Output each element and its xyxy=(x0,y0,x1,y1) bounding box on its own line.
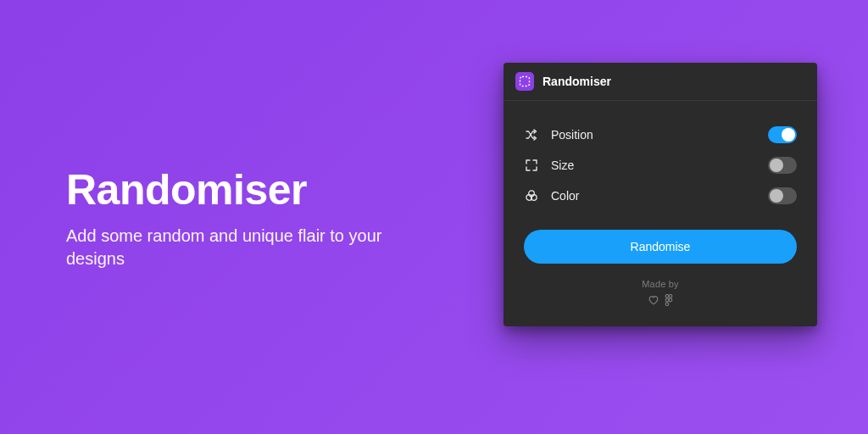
toggle-position[interactable] xyxy=(768,126,797,143)
heart-icon xyxy=(648,294,659,309)
panel-title: Randomiser xyxy=(542,75,611,88)
figma-icon xyxy=(665,294,673,309)
svg-point-8 xyxy=(665,303,669,306)
expand-icon xyxy=(524,158,539,173)
option-position: Position xyxy=(524,120,797,150)
toggle-size[interactable] xyxy=(768,157,797,174)
made-by-label: Made by xyxy=(524,279,797,289)
promo-block: Randomiser Add some random and unique fl… xyxy=(66,168,431,270)
plugin-panel: Randomiser Position xyxy=(504,63,817,326)
svg-point-6 xyxy=(665,298,669,302)
svg-point-5 xyxy=(669,295,672,298)
panel-header: Randomiser xyxy=(504,63,817,101)
promo-title: Randomiser xyxy=(66,168,431,213)
panel-body: Position Size Color xyxy=(504,101,817,326)
svg-point-7 xyxy=(669,298,672,302)
option-size-label: Size xyxy=(551,159,768,172)
made-by-block: Made by xyxy=(524,279,797,309)
option-color: Color xyxy=(524,181,797,211)
svg-rect-0 xyxy=(520,77,530,86)
made-by-logos xyxy=(524,294,797,309)
randomise-button[interactable]: Randomise xyxy=(524,230,797,264)
color-icon xyxy=(524,188,539,203)
plugin-icon xyxy=(515,72,534,91)
option-color-label: Color xyxy=(551,189,768,203)
svg-point-4 xyxy=(665,295,669,298)
toggle-color[interactable] xyxy=(768,187,797,204)
shuffle-icon xyxy=(524,127,539,142)
promo-subtitle: Add some random and unique flair to your… xyxy=(66,225,431,270)
option-position-label: Position xyxy=(551,128,768,142)
option-size: Size xyxy=(524,150,797,181)
